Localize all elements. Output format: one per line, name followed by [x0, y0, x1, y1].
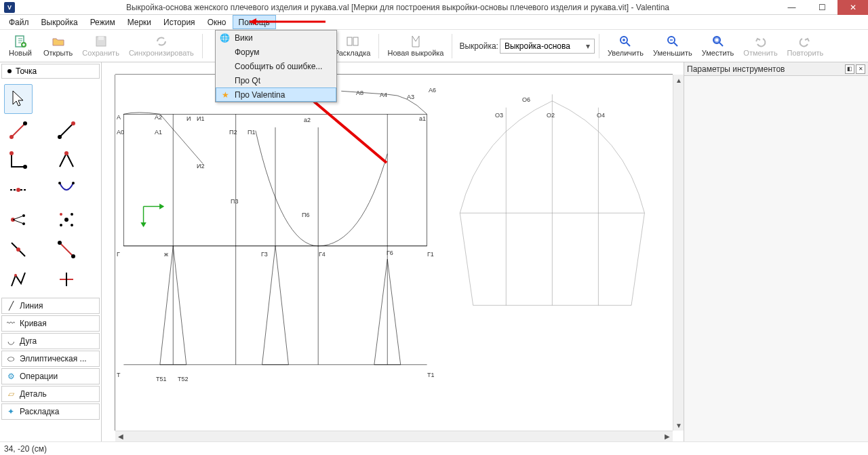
section-elliptic[interactable]: ⬭Эллиптическая ... [1, 351, 100, 367]
toolbar-new-label: Новый [9, 49, 32, 57]
panel-undock-button[interactable]: ◧ [845, 64, 854, 74]
tool-point-3[interactable] [4, 146, 33, 174]
scrollbar-vertical[interactable]: ▲ ▼ [673, 75, 684, 431]
tool-point-4[interactable] [52, 146, 81, 174]
tool-point-8[interactable] [52, 206, 81, 233]
section-detail[interactable]: ▱Деталь [1, 386, 100, 402]
help-forum-label: Форум [235, 47, 259, 57]
tool-point-10[interactable] [52, 236, 81, 263]
pt-I: И [186, 115, 191, 122]
toolbar-redo-label: Повторить [787, 49, 824, 57]
toolbar-save-label: Сохранить [82, 49, 119, 57]
properties-panel: Параметры инструментов ◧ ✕ [684, 62, 868, 441]
svg-line-27 [13, 220, 24, 224]
scroll-right-icon[interactable]: ▶ [662, 431, 673, 442]
panel-close-button[interactable]: ✕ [856, 64, 865, 74]
section-curve[interactable]: 〰Кривая [1, 315, 100, 332]
menu-measurements[interactable]: Мерки [121, 15, 157, 29]
help-about-qt[interactable]: Про Qt [216, 73, 336, 87]
tool-point-12[interactable] [52, 266, 81, 293]
svg-line-35 [60, 243, 73, 256]
toolbar-fit[interactable]: Уместить [698, 31, 738, 61]
pt-zh: ж [164, 251, 168, 258]
svg-rect-5 [353, 37, 358, 45]
minimize-button[interactable]: — [776, 0, 807, 15]
help-dropdown: 🌐 Вики Форум Сообщить об ошибке... Про Q… [215, 30, 337, 102]
canvas-area: А А2 И И1 А8 А4 А3 А6 А0 А1 П2 П1 а2 а1 … [102, 62, 684, 441]
pattern-svg [115, 75, 673, 431]
pt-O4: О4 [597, 112, 605, 119]
line-icon: ╱ [6, 301, 16, 311]
section-line[interactable]: ╱Линия [1, 298, 100, 314]
toolbar-sep-3 [452, 34, 452, 58]
help-about-qt-label: Про Qt [235, 76, 260, 85]
pt-A1: А1 [155, 129, 162, 136]
toolbar-zoom-in[interactable]: Увеличить [604, 31, 648, 61]
menu-pattern[interactable]: Выкройка [35, 15, 84, 29]
scroll-down-icon[interactable]: ▼ [673, 420, 684, 431]
tool-point-5[interactable] [4, 176, 33, 203]
section-line-label: Линия [20, 301, 43, 311]
layout-icon [346, 35, 359, 48]
section-layout[interactable]: ✦Раскладка [1, 403, 100, 420]
toolbar-open-label: Открыть [43, 49, 73, 57]
menu-mode[interactable]: Режим [84, 15, 121, 29]
scroll-left-icon[interactable]: ◀ [115, 431, 126, 442]
toolbar-new-pattern[interactable]: Новая выкройка [383, 31, 448, 61]
pt-A3: А3 [407, 94, 414, 100]
toolbar-undo-label: Отменить [743, 49, 777, 57]
toolbar: Новый Открыть Сохранить Синхронизировать… [0, 30, 868, 62]
svg-point-37 [71, 254, 75, 258]
pt-P3: П3 [231, 198, 238, 205]
elliptic-icon: ⬭ [6, 354, 16, 363]
tool-point-1[interactable] [4, 117, 33, 144]
tool-point-7[interactable] [4, 206, 33, 233]
toolbar-new[interactable]: Новый [3, 31, 38, 61]
tool-panel: Точка ╱Линия 〰Кривая ◡Дуга ⬭Эллиптическа… [0, 62, 102, 441]
help-report-bug[interactable]: Сообщить об ошибке... [216, 59, 336, 73]
tool-cursor[interactable] [4, 84, 33, 114]
tool-point-6[interactable] [52, 176, 81, 203]
menu-history[interactable]: История [157, 15, 201, 29]
toolbar-zoom-out[interactable]: Уменьшить [649, 31, 696, 61]
detail-icon: ▱ [6, 389, 16, 399]
arc-icon: ◡ [6, 336, 16, 346]
toolbar-sep-1 [202, 34, 203, 58]
pt-A6: А6 [429, 87, 436, 94]
section-arc-label: Дуга [20, 336, 37, 346]
svg-point-21 [58, 182, 61, 184]
toolbar-open[interactable]: Открыть [39, 31, 77, 61]
pt-a1: а1 [419, 115, 426, 122]
section-operations[interactable]: ⚙Операции [1, 368, 100, 384]
point-dot-icon [7, 69, 12, 73]
svg-line-26 [13, 216, 24, 220]
sync-icon [155, 35, 168, 48]
menu-window[interactable]: Окно [201, 15, 233, 29]
tool-point-2[interactable] [52, 117, 81, 144]
pt-a2: а2 [304, 117, 311, 123]
svg-point-20 [16, 188, 20, 192]
tool-point-9[interactable] [4, 236, 33, 263]
section-arc[interactable]: ◡Дуга [1, 333, 100, 349]
drawing-canvas[interactable]: А А2 И И1 А8 А4 А3 А6 А0 А1 П2 П1 а2 а1 … [115, 75, 673, 431]
svg-point-31 [60, 224, 62, 226]
menu-file[interactable]: Файл [3, 15, 35, 29]
help-wiki[interactable]: 🌐 Вики [216, 31, 336, 45]
pattern-combo[interactable]: Выкройка-основа [500, 39, 595, 54]
section-detail-label: Деталь [20, 389, 47, 399]
maximize-button[interactable]: ☐ [807, 0, 837, 15]
section-point[interactable]: Точка [1, 64, 100, 79]
undo-icon [753, 35, 767, 48]
tool-point-11[interactable] [4, 266, 33, 293]
scroll-up-icon[interactable]: ▲ [673, 75, 684, 85]
pt-P1: П1 [248, 129, 255, 136]
point-tools [0, 80, 101, 297]
svg-rect-3 [98, 37, 104, 40]
svg-point-38 [14, 274, 17, 277]
help-forum[interactable]: Форум [216, 45, 336, 59]
help-about-valentina[interactable]: ★ Про Valentina [216, 87, 336, 102]
scrollbar-horizontal[interactable]: ◀ ▶ [115, 431, 673, 441]
close-button[interactable]: ✕ [837, 0, 868, 15]
menubar: Файл Выкройка Режим Мерки История Окно П… [0, 15, 868, 30]
menu-help[interactable]: Помощь [233, 15, 276, 29]
